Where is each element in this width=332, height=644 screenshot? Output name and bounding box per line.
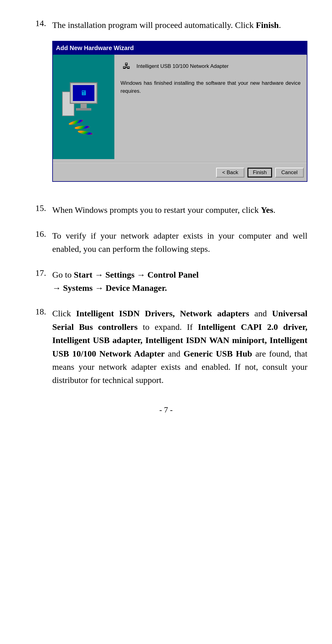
computer-illustration: 🖥	[62, 76, 105, 138]
step-14-finish-bold: Finish	[256, 20, 279, 30]
step-17-arrow2: →	[135, 270, 148, 279]
step-14-text-plain: The installation program will proceed au…	[52, 20, 256, 30]
adapter-icon-glyph: 🖧	[123, 60, 131, 72]
step-14-text: The installation program will proceed au…	[52, 18, 307, 191]
step-17-arrow3: →	[52, 283, 63, 293]
step-18-mid1: and	[249, 309, 272, 318]
step-17-control-panel: Control Panel	[148, 270, 199, 279]
step-17-text: Go to Start → Settings → Control Panel →…	[52, 268, 307, 295]
page-content: 14. The installation program will procee…	[25, 18, 307, 415]
step-16: 16. To verify if your network adapter ex…	[25, 229, 307, 256]
monitor-base	[76, 108, 91, 111]
network-adapter-icon: 🖧	[121, 61, 133, 72]
back-button[interactable]: < Back	[216, 168, 244, 178]
disk-stack	[68, 120, 93, 135]
dialog-separator	[53, 162, 307, 163]
step-16-number: 16.	[25, 229, 52, 239]
step-17-goto: Go to	[52, 270, 74, 279]
step-14-end: .	[279, 20, 281, 30]
dialog-titlebar: Add New Hardware Wizard	[53, 41, 307, 55]
step-18-number: 18.	[25, 307, 52, 317]
step-15-number: 15.	[25, 203, 52, 213]
step-17-settings: Settings	[105, 270, 135, 279]
monitor-screen: 🖥	[73, 85, 94, 101]
page-number: - 7 -	[159, 405, 172, 414]
dialog-device-name: Intelligent USB 10/100 Network Adapter	[136, 62, 229, 70]
step-18-mid3: and	[165, 349, 184, 358]
step-15-yes-bold: Yes	[261, 205, 273, 215]
monitor-icon: 🖥	[70, 82, 97, 104]
dialog-left-panel: 🖥	[53, 55, 114, 159]
page-footer: - 7 -	[25, 405, 307, 415]
step-15: 15. When Windows prompts you to restart …	[25, 203, 307, 217]
step-17-arrow4: →	[93, 283, 105, 293]
step-15-end: .	[273, 205, 275, 215]
step-15-text-plain: When Windows prompts you to restart your…	[52, 205, 261, 215]
step-15-text: When Windows prompts you to restart your…	[52, 203, 307, 217]
dialog-buttons: < Back Finish Cancel	[53, 165, 307, 181]
step-18-click: Click	[52, 309, 76, 318]
step-17-device-manager: Device Manager.	[105, 283, 167, 293]
step-18: 18. Click Intelligent ISDN Drivers, Netw…	[25, 307, 307, 387]
step-16-paragraph: To verify if your network adapter exists…	[52, 229, 307, 256]
step-17-number: 17.	[25, 268, 52, 278]
cancel-button[interactable]: Cancel	[275, 168, 304, 178]
disk-1	[68, 119, 84, 126]
step-14-number: 14.	[25, 18, 52, 28]
disk-3	[77, 130, 93, 136]
hardware-wizard-dialog: Add New Hardware Wizard 🖥	[52, 41, 307, 182]
step-17: 17. Go to Start → Settings → Control Pan…	[25, 268, 307, 295]
finish-button[interactable]: Finish	[247, 168, 272, 178]
monitor-stand	[81, 104, 87, 108]
disk-2	[74, 125, 90, 130]
step-18-bold1: Intelligent ISDN Drivers, Network adapte…	[76, 309, 249, 318]
step-17-arrow1: →	[93, 270, 105, 279]
step-16-text: To verify if your network adapter exists…	[52, 229, 307, 256]
step-18-text: Click Intelligent ISDN Drivers, Network …	[52, 307, 307, 387]
dialog-right-panel: 🖧 Intelligent USB 10/100 Network Adapter…	[114, 55, 307, 159]
dialog-body: 🖥	[53, 55, 307, 159]
step-17-start: Start	[74, 270, 93, 279]
dialog-title: Add New Hardware Wizard	[56, 43, 134, 53]
dialog-header-row: 🖧 Intelligent USB 10/100 Network Adapter	[121, 61, 301, 72]
dialog-message: Windows has finished installing the soft…	[121, 79, 301, 156]
step-18-bold4: Generic USB Hub	[184, 349, 252, 358]
step-14: 14. The installation program will procee…	[25, 18, 307, 191]
step-18-mid2: to expand. If	[138, 322, 198, 332]
step-17-systems: Systems	[63, 283, 93, 293]
